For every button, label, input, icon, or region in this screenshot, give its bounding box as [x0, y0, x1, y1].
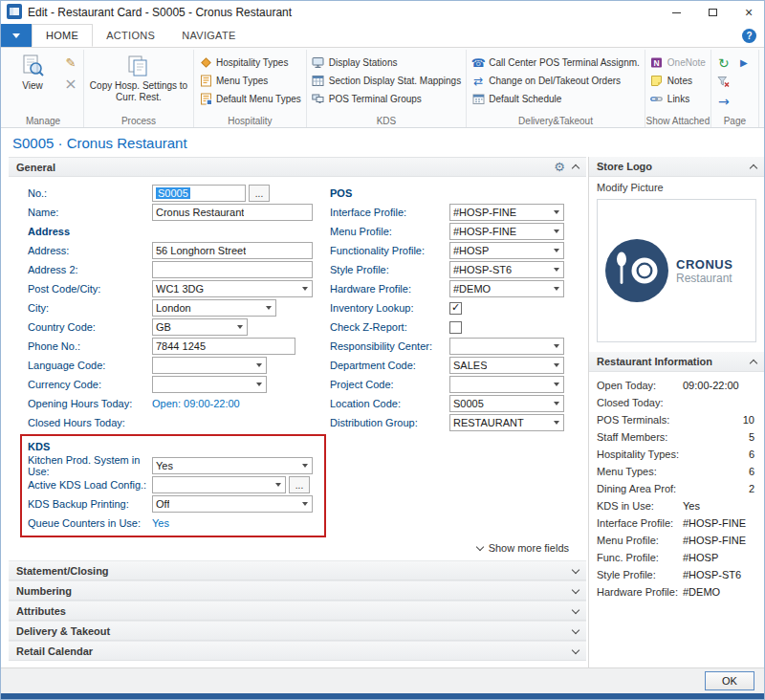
field-input-hardware-profile[interactable]: #DEMO	[449, 280, 564, 297]
dropdown-arrow-icon[interactable]	[256, 383, 262, 386]
refresh-icon[interactable]: ↻	[716, 55, 732, 70]
view-button[interactable]: View	[8, 52, 57, 115]
field-input-city[interactable]: London	[152, 299, 276, 317]
dropdown-arrow-icon[interactable]	[554, 344, 559, 348]
field-input-currency-code[interactable]	[152, 376, 267, 393]
ribbon-item-default-schedule[interactable]: Default Schedule	[471, 92, 640, 106]
ribbon-item-call-center-pos-terminal-assignm[interactable]: ☎Call Center POS Terminal Assignm.	[471, 55, 640, 70]
field-input-kds-backup-printing[interactable]: Off	[152, 495, 313, 513]
assist-button-no[interactable]: ...	[249, 185, 270, 202]
dropdown-arrow-icon[interactable]	[554, 249, 559, 252]
field-input-project-code[interactable]	[449, 376, 564, 393]
field-value-opening-hours-today[interactable]: Open: 09:00-22:00	[152, 398, 240, 409]
dropdown-arrow-icon[interactable]	[275, 483, 281, 487]
fasttab-statement-closing[interactable]: Statement/Closing	[9, 560, 586, 580]
application-menu-button[interactable]	[1, 24, 32, 47]
copy-hosp-settings-label: Copy Hosp. Settings to Curr. Rest.	[89, 80, 188, 103]
info-value[interactable]: 6	[683, 448, 756, 460]
field-row-style-profile: Style Profile:#HOSP-ST6	[330, 260, 582, 279]
checkbox-check-z-report[interactable]	[449, 321, 462, 334]
fasttab-numbering[interactable]: Numbering	[9, 580, 586, 601]
field-input-address[interactable]: 56 Longhorn Street	[152, 242, 313, 259]
ribbon-item-pos-terminal-groups[interactable]: POS Terminal Groups	[312, 92, 461, 106]
tab-home[interactable]: HOME	[32, 24, 93, 47]
delete-icon[interactable]: ×	[63, 77, 78, 91]
ribbon-item-notes[interactable]: Notes	[650, 74, 706, 88]
ribbon-item-change-on-del-takeout-orders[interactable]: ⇄Change on Del/Takeout Orders	[471, 74, 640, 88]
field-input-functionality-profile[interactable]: #HOSP	[449, 242, 564, 259]
dropdown-arrow-icon[interactable]	[237, 325, 243, 329]
edit-icon[interactable]: ✎	[63, 55, 78, 70]
info-label: POS Terminals:	[597, 414, 683, 426]
close-button[interactable]: ×	[733, 1, 764, 24]
ribbon-item-onenote[interactable]: NOneNote	[650, 55, 706, 70]
field-input-style-profile[interactable]: #HOSP-ST6	[449, 261, 564, 278]
field-input-kitchen-prod-system-in-use[interactable]: Yes	[152, 457, 313, 474]
modify-picture-link[interactable]: Modify Picture	[589, 177, 764, 197]
dropdown-arrow-icon[interactable]	[554, 268, 559, 272]
goto-icon[interactable]: →	[716, 94, 732, 108]
info-value[interactable]: 2	[683, 483, 756, 494]
dropdown-arrow-icon[interactable]	[554, 402, 559, 405]
field-input-location-code[interactable]: S0005	[449, 395, 564, 412]
field-input-interface-profile[interactable]: #HOSP-FINE	[449, 204, 564, 221]
ribbon-item-links[interactable]: Links	[650, 92, 706, 106]
field-input-active-kds-load-config[interactable]	[152, 476, 286, 493]
fasttab-attributes[interactable]: Attributes	[9, 601, 586, 621]
ribbon-item-section-display-stat-mappings[interactable]: Section Display Stat. Mappings	[312, 74, 461, 88]
field-input-responsibility-center[interactable]	[449, 338, 564, 355]
field-input-name[interactable]: Cronus Restaurant	[152, 204, 313, 221]
field-input-country-code[interactable]: GB	[152, 318, 248, 336]
dropdown-arrow-icon[interactable]	[554, 363, 559, 367]
minimize-button[interactable]	[661, 1, 691, 24]
info-value[interactable]: 5	[683, 431, 756, 443]
info-label: Hardware Profile:	[597, 586, 683, 598]
field-input-phone-no[interactable]: 7844 1245	[152, 338, 295, 355]
field-input-address-2[interactable]	[152, 261, 313, 278]
maximize-button[interactable]	[697, 1, 728, 24]
field-input-language-code[interactable]	[152, 357, 267, 374]
dropdown-arrow-icon[interactable]	[256, 363, 262, 367]
dropdown-arrow-icon[interactable]	[554, 383, 559, 386]
field-input-post-code-city[interactable]: WC1 3DG	[152, 280, 313, 297]
field-input-no[interactable]: S0005	[152, 185, 246, 202]
dropdown-arrow-icon[interactable]	[554, 421, 559, 425]
ribbon-item-default-menu-types[interactable]: Default Menu Types	[199, 92, 301, 106]
tab-navigate[interactable]: NAVIGATE	[168, 24, 249, 47]
field-input-department-code[interactable]: SALES	[449, 357, 564, 374]
ribbon-item-menu-types[interactable]: Menu Types	[199, 74, 301, 88]
dropdown-arrow-icon[interactable]	[554, 230, 559, 233]
dropdown-arrow-icon[interactable]	[554, 287, 559, 291]
tab-actions[interactable]: ACTIONS	[93, 24, 168, 47]
field-input-menu-profile[interactable]: #HOSP-FINE	[449, 223, 564, 240]
dropdown-arrow-icon[interactable]	[302, 287, 308, 291]
field-row-responsibility-center: Responsibility Center:	[330, 337, 582, 356]
dropdown-arrow-icon[interactable]	[266, 306, 272, 310]
info-value[interactable]: 10	[683, 414, 756, 426]
ribbon-item-display-stations[interactable]: Display Stations	[312, 55, 461, 70]
show-more-fields[interactable]: Show more fields	[9, 537, 586, 560]
clear-filter-icon[interactable]	[716, 75, 732, 89]
assist-button-active-kds-load-config[interactable]: ...	[289, 476, 310, 493]
gear-icon[interactable]: ⚙	[554, 161, 565, 173]
dropdown-arrow-icon[interactable]	[554, 210, 559, 214]
next-icon[interactable]: ▶	[736, 55, 752, 70]
fasttab-delivery-takeout[interactable]: Delivery & Takeout	[9, 621, 586, 641]
factbox-store-logo-header[interactable]: Store Logo	[589, 157, 764, 177]
info-value[interactable]: 6	[683, 466, 756, 477]
ok-button[interactable]: OK	[705, 671, 754, 690]
field-value-queue-counters-in-use[interactable]: Yes	[152, 517, 169, 529]
ribbon-item-hospitality-types[interactable]: Hospitality Types	[199, 55, 301, 70]
dropdown-arrow-icon[interactable]	[302, 502, 308, 506]
default-menu-types-icon	[199, 93, 212, 106]
dropdown-arrow-icon[interactable]	[302, 464, 308, 468]
help-button[interactable]: ?	[742, 29, 756, 43]
checkbox-inventory-lookup[interactable]: ✓	[449, 302, 462, 315]
restaurant-card-window: Edit - Restaurant Card - S0005 - Cronus …	[0, 0, 765, 700]
fasttab-general-header[interactable]: General ⚙	[9, 157, 586, 177]
info-value: #HOSP-ST6	[683, 569, 756, 580]
copy-hosp-settings-button[interactable]: Copy Hosp. Settings to Curr. Rest.	[89, 52, 188, 115]
fasttab-retail-calendar[interactable]: Retail Calendar	[9, 641, 586, 661]
factbox-restaurant-info-header[interactable]: Restaurant Information	[589, 352, 764, 372]
field-input-distribution-group[interactable]: RESTAURANT	[449, 414, 564, 431]
